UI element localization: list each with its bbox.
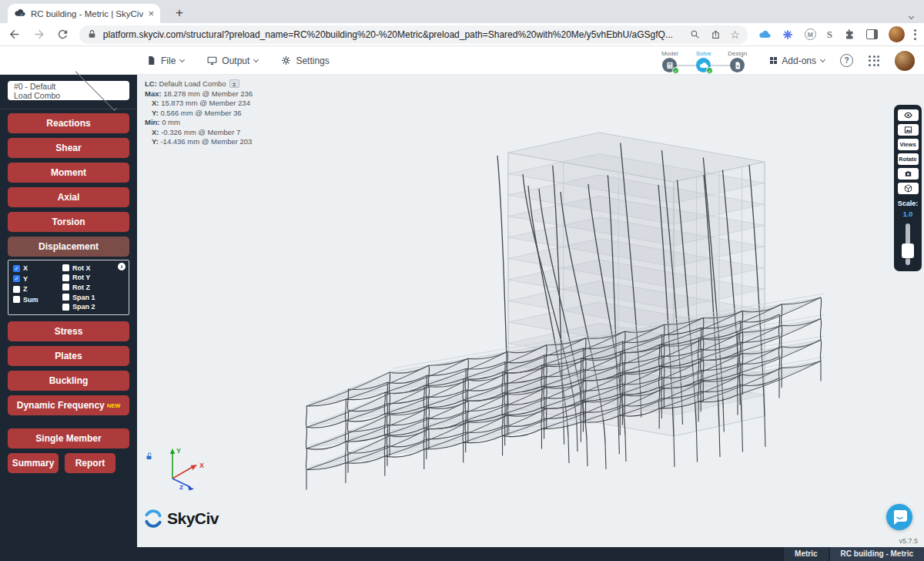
screenshot-button[interactable] bbox=[898, 168, 919, 180]
load-combo-select[interactable]: #0 - Default Load Combo bbox=[8, 81, 129, 100]
stress-button[interactable]: Stress bbox=[8, 321, 129, 341]
chevron-down-icon bbox=[75, 69, 116, 110]
puzzle-extensions-icon[interactable] bbox=[843, 29, 855, 41]
share-icon[interactable] bbox=[711, 29, 721, 39]
results-sidebar: #0 - Default Load Combo Reactions Shear … bbox=[0, 75, 137, 547]
workflow-step-design[interactable]: Design bbox=[721, 50, 755, 72]
checkbox-span-2[interactable]: Span 2 bbox=[62, 302, 124, 311]
skyciv-app-window: RC building - Metric | SkyCiv × + platfo… bbox=[0, 0, 924, 561]
reactions-button[interactable]: Reactions bbox=[8, 113, 129, 133]
checkbox-span-1[interactable]: Span 1 bbox=[62, 293, 124, 302]
axis-y-label: Y bbox=[176, 447, 181, 455]
tab-title: RC building - Metric | SkyCiv bbox=[31, 9, 143, 18]
dynamic-frequency-button[interactable]: Dynamic Frequency NEW bbox=[8, 395, 129, 415]
settings-menu[interactable]: Settings bbox=[281, 55, 329, 66]
buckling-button[interactable]: Buckling bbox=[8, 371, 129, 391]
cube-icon bbox=[904, 184, 912, 193]
axial-button[interactable]: Axial bbox=[8, 187, 129, 207]
unit-system-tab[interactable]: Metric bbox=[784, 547, 828, 561]
output-menu-label: Output bbox=[222, 55, 249, 66]
file-menu[interactable]: File bbox=[146, 55, 184, 66]
slider-handle[interactable] bbox=[902, 244, 914, 258]
output-menu[interactable]: Output bbox=[207, 55, 258, 66]
displacement-button[interactable]: Displacement bbox=[8, 237, 129, 257]
scale-label: Scale: bbox=[898, 200, 919, 207]
scale-value: 1.0 bbox=[903, 210, 913, 218]
visibility-button[interactable] bbox=[898, 109, 919, 121]
checkbox-rot-y[interactable]: Rot Y bbox=[62, 274, 124, 283]
moment-button[interactable]: Moment bbox=[8, 163, 129, 183]
bookmark-star-icon[interactable]: ☆ bbox=[730, 29, 740, 41]
chevron-down-icon bbox=[820, 56, 825, 62]
apps-grid-icon[interactable] bbox=[869, 55, 879, 66]
forward-button[interactable] bbox=[29, 25, 49, 45]
solve-step-icon[interactable]: ✓ bbox=[696, 58, 711, 72]
plates-button[interactable]: Plates bbox=[8, 346, 129, 366]
displacement-options-panel: ✓X ✓Y Z Sum Rot X Rot Y Rot Z Span 1 Spa… bbox=[8, 260, 129, 315]
zoom-icon[interactable] bbox=[690, 29, 700, 39]
views-button[interactable]: Views bbox=[898, 139, 919, 150]
settings-menu-label: Settings bbox=[296, 55, 329, 66]
render-button[interactable] bbox=[898, 124, 919, 136]
workflow-step-model[interactable]: Model ✓ bbox=[653, 50, 687, 72]
summary-button[interactable]: Summary bbox=[8, 453, 59, 473]
new-tab-button[interactable]: + bbox=[169, 3, 189, 23]
side-panel-icon[interactable] bbox=[866, 29, 878, 39]
tab-search-chevron-icon[interactable] bbox=[909, 8, 913, 22]
project-tab[interactable]: RC building - Metric bbox=[830, 547, 924, 561]
browser-profile-avatar[interactable] bbox=[889, 26, 905, 42]
burst-extension-icon[interactable] bbox=[782, 29, 794, 41]
user-avatar[interactable] bbox=[895, 51, 915, 71]
chat-button[interactable] bbox=[886, 504, 912, 530]
browser-tab[interactable]: RC building - Metric | SkyCiv × bbox=[8, 4, 160, 23]
gear-icon bbox=[281, 55, 291, 66]
rotate-button[interactable]: Rotate bbox=[898, 153, 919, 165]
help-button[interactable]: ? bbox=[840, 54, 853, 67]
checkbox-y[interactable]: ✓Y bbox=[13, 274, 62, 284]
cloud-extension-icon[interactable] bbox=[758, 29, 771, 41]
browser-tab-strip: RC building - Metric | SkyCiv × + bbox=[0, 0, 924, 23]
tab-close-icon[interactable]: × bbox=[148, 8, 154, 19]
shear-button[interactable]: Shear bbox=[8, 138, 129, 158]
skyciv-logo: SkyCiv bbox=[143, 509, 219, 529]
model-step-icon[interactable]: ✓ bbox=[662, 58, 677, 72]
reload-button[interactable] bbox=[53, 25, 73, 45]
scale-slider[interactable] bbox=[900, 223, 916, 265]
addons-grid-icon bbox=[770, 57, 778, 65]
s-extension-icon[interactable]: S bbox=[827, 29, 832, 41]
plus-minus-toggle[interactable]: ± bbox=[229, 79, 239, 88]
browser-menu-icon[interactable] bbox=[914, 29, 916, 40]
model-viewport[interactable]: LC: Default Load Combo± Max: 18.278 mm @… bbox=[137, 75, 924, 547]
eye-icon bbox=[904, 111, 912, 119]
address-bar[interactable]: platform.skyciv.com/structural?preload_n… bbox=[79, 25, 748, 44]
camera-icon bbox=[904, 170, 912, 178]
torsion-button[interactable]: Torsion bbox=[8, 212, 129, 232]
structure-3d-wireframe[interactable] bbox=[137, 75, 924, 547]
checkbox-rot-x[interactable]: Rot X bbox=[62, 264, 124, 273]
info-icon[interactable]: i bbox=[118, 263, 126, 270]
file-menu-label: File bbox=[161, 55, 176, 66]
addons-menu[interactable]: Add-ons bbox=[770, 55, 825, 66]
browser-toolbar: platform.skyciv.com/structural?preload_n… bbox=[0, 23, 924, 46]
3d-view-button[interactable] bbox=[898, 183, 919, 194]
view-toolbar: Views Rotate Scale: 1.0 bbox=[894, 105, 922, 271]
single-member-button[interactable]: Single Member bbox=[8, 428, 129, 448]
new-badge: NEW bbox=[107, 402, 121, 409]
skyciv-logo-icon bbox=[143, 509, 163, 529]
unlock-icon[interactable] bbox=[145, 452, 154, 461]
skyciv-favicon bbox=[14, 8, 25, 19]
image-icon bbox=[904, 126, 912, 134]
checkbox-x[interactable]: ✓X bbox=[13, 264, 62, 274]
sidebar-divider bbox=[0, 109, 137, 109]
file-icon bbox=[146, 55, 156, 66]
results-summary: LC: Default Load Combo± Max: 18.278 mm @… bbox=[145, 79, 253, 147]
checkbox-sum[interactable]: Sum bbox=[13, 295, 62, 305]
design-step-icon[interactable] bbox=[730, 58, 745, 72]
workflow-step-solve[interactable]: Solve ✓ bbox=[687, 50, 721, 72]
checkbox-z[interactable]: Z bbox=[13, 284, 62, 294]
report-button[interactable]: Report bbox=[65, 453, 116, 473]
back-button[interactable] bbox=[5, 25, 25, 45]
monitor-icon bbox=[207, 55, 217, 66]
checkbox-rot-z[interactable]: Rot Z bbox=[62, 283, 124, 292]
m-extension-icon[interactable]: M bbox=[805, 29, 816, 40]
